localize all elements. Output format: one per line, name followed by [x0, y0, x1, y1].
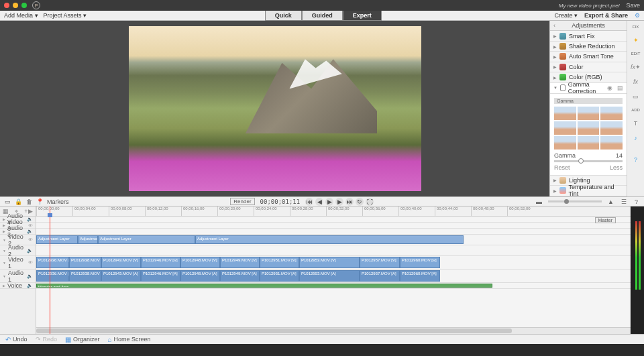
- save-button[interactable]: Save: [626, 2, 640, 9]
- zoom-knob[interactable]: [564, 199, 569, 204]
- zoom-window[interactable]: [21, 3, 27, 8]
- menu-icon[interactable]: ▤: [617, 84, 623, 91]
- redo-button[interactable]: ↷Redo: [36, 336, 58, 343]
- clip-video[interactable]: P1012946.MOV [V]: [141, 257, 180, 268]
- adjust-smart-fix[interactable]: ▶Smart Fix: [550, 31, 627, 41]
- reset-button[interactable]: Reset: [554, 164, 570, 171]
- track-video1[interactable]: P1012936.MOV [V]P1012938.MOV [V]P1012943…: [36, 256, 631, 270]
- track-video3[interactable]: [36, 223, 631, 229]
- clip-audio[interactable]: P1012938.MOV [A]: [69, 270, 101, 282]
- less-button[interactable]: Less: [610, 164, 623, 171]
- clip-adjustment-layer[interactable]: Adjustment Layer: [98, 235, 195, 244]
- clip-video[interactable]: P1012943.MOV [V]: [101, 257, 141, 268]
- adjust-auto-smart-tone[interactable]: ▶Auto Smart Tone: [550, 52, 627, 62]
- adjust-shake-reduction[interactable]: ▶Shake Reduction: [550, 42, 627, 52]
- organizer-button[interactable]: ▦Organizer: [65, 336, 100, 343]
- clip-video[interactable]: P1012960.MOV [V]: [400, 257, 440, 268]
- goto-end-icon[interactable]: ⏭: [345, 198, 354, 206]
- track-header[interactable]: ▶Voice🔈: [0, 283, 36, 289]
- gamma-preset[interactable]: [600, 107, 623, 120]
- settings-icon[interactable]: ⚙: [635, 12, 640, 19]
- clip-video[interactable]: P1012957.MOV [V]: [360, 257, 400, 268]
- clip-video[interactable]: P1012953.MOV [V]: [299, 257, 360, 268]
- clip-video[interactable]: P1012949.MOV [V]: [220, 257, 260, 268]
- tool-select-icon[interactable]: ▭: [4, 198, 11, 205]
- clip-video[interactable]: P1012948.MOV [V]: [180, 257, 220, 268]
- render-button[interactable]: Render: [230, 198, 254, 205]
- zoom-slider[interactable]: [548, 200, 602, 202]
- export-share-button[interactable]: Export & Share: [584, 12, 628, 19]
- gamma-preset[interactable]: [554, 136, 576, 150]
- timeline-help-icon[interactable]: ?: [633, 198, 640, 205]
- mute-icon[interactable]: 🔈: [27, 217, 33, 222]
- adjust-color[interactable]: ▶Color: [550, 62, 627, 72]
- rail-add-tab[interactable]: ADD: [628, 105, 644, 115]
- eye-icon[interactable]: 👁: [28, 223, 33, 228]
- eye-icon[interactable]: 👁: [28, 260, 33, 265]
- preview-monitor[interactable]: [0, 21, 549, 196]
- marker-icon[interactable]: 📍: [36, 198, 44, 205]
- clip-adjustment-layer[interactable]: Adjustment Layer: [36, 235, 78, 244]
- fullscreen-icon[interactable]: ⛶: [366, 198, 374, 206]
- project-assets-menu[interactable]: Project Assets ▾: [44, 12, 87, 19]
- gamma-preset[interactable]: [578, 136, 600, 150]
- eye-icon[interactable]: 👁: [28, 237, 33, 242]
- mode-quick[interactable]: Quick: [265, 10, 302, 21]
- music-icon[interactable]: ♪: [630, 132, 642, 144]
- tool-trash-icon[interactable]: 🗑: [25, 198, 33, 205]
- effects-icon[interactable]: fx: [630, 76, 642, 88]
- step-back-icon[interactable]: ◀: [315, 198, 323, 206]
- time-ruler[interactable]: 00;00;00;0000;00;04;0000;00;08;0000;00;1…: [36, 206, 631, 217]
- gamma-preset[interactable]: [578, 107, 600, 120]
- create-menu[interactable]: Create ▾: [554, 12, 578, 19]
- goto-start-icon[interactable]: ⏮: [305, 198, 313, 206]
- gamma-slider[interactable]: [554, 160, 623, 162]
- clip-video[interactable]: P1012936.MOV [V]: [36, 257, 69, 268]
- playhead[interactable]: [50, 206, 50, 334]
- track-header[interactable]: ▼Video 1👁: [0, 256, 36, 270]
- undo-button[interactable]: ↶Undo: [5, 336, 28, 343]
- adjust-temperature-tint[interactable]: ▶Temperature and Tint: [550, 186, 627, 196]
- zoom-in-icon[interactable]: ▲: [607, 198, 614, 205]
- track-header[interactable]: ▼Audio 1🔈: [0, 270, 36, 283]
- gamma-preset[interactable]: [600, 136, 623, 150]
- tool-lock-icon[interactable]: 🔒: [15, 198, 22, 205]
- track-voice[interactable]: Wonder and Awe: [36, 283, 631, 289]
- track-audio1[interactable]: P1012936.MOV [A]P1012938.MOV [A]P1012943…: [36, 270, 631, 283]
- clip-audio[interactable]: P1012953.MOV [A]: [299, 270, 360, 282]
- track-video2[interactable]: Adjustment LayerAdjustment LayerAdjustme…: [36, 235, 631, 245]
- clip-video[interactable]: P1012951.MOV [V]: [260, 257, 299, 268]
- markers-label[interactable]: Markers: [47, 198, 69, 205]
- gamma-preset[interactable]: [554, 121, 576, 135]
- play-icon[interactable]: ▶: [325, 198, 333, 206]
- mute-icon[interactable]: 🔈: [27, 229, 33, 234]
- mute-icon[interactable]: 🔈: [27, 274, 33, 279]
- gamma-preset[interactable]: [554, 107, 576, 120]
- timeline-tracks[interactable]: 00;00;00;0000;00;04;0000;00;08;0000;00;1…: [36, 206, 631, 334]
- close-window[interactable]: [4, 3, 9, 8]
- scrollbar-thumb[interactable]: [36, 329, 512, 333]
- effects-fx-icon[interactable]: fx✦: [630, 61, 642, 73]
- add-media-menu[interactable]: Add Media ▾: [4, 12, 38, 19]
- track-add-icon[interactable]: +▶: [24, 208, 32, 215]
- home-button[interactable]: ⌂Home Screen: [108, 336, 151, 343]
- clip-audio[interactable]: P1012943.MOV [A]: [101, 270, 141, 282]
- loop-icon[interactable]: ↻: [356, 198, 364, 206]
- track-audio4[interactable]: [36, 217, 631, 223]
- adjust-tool-icon[interactable]: ✦: [630, 34, 642, 46]
- transitions-icon[interactable]: ▭: [630, 91, 642, 103]
- clip-audio[interactable]: P1012936.MOV [A]: [36, 270, 69, 282]
- timecode[interactable]: 00;00;01;11: [260, 198, 301, 205]
- mute-icon[interactable]: 🔈: [27, 283, 33, 288]
- gamma-preset[interactable]: [578, 121, 600, 135]
- track-audio2[interactable]: [36, 245, 631, 256]
- rail-fix-tab[interactable]: FIX: [628, 22, 644, 32]
- clip-audio[interactable]: P1012946.MOV [A]: [141, 270, 180, 282]
- mode-guided[interactable]: Guided: [302, 10, 343, 21]
- timeline-scrollbar[interactable]: [36, 327, 631, 334]
- clip-audio[interactable]: P1012948.MOV [A]: [180, 270, 220, 282]
- track-audio3[interactable]: [36, 229, 631, 235]
- clip-audio[interactable]: P1012949.MOV [A]: [220, 270, 260, 282]
- toggle-visibility-icon[interactable]: ◉: [607, 84, 612, 91]
- adjust-gamma-correction[interactable]: ▼Gamma Correction◉▤: [550, 83, 627, 94]
